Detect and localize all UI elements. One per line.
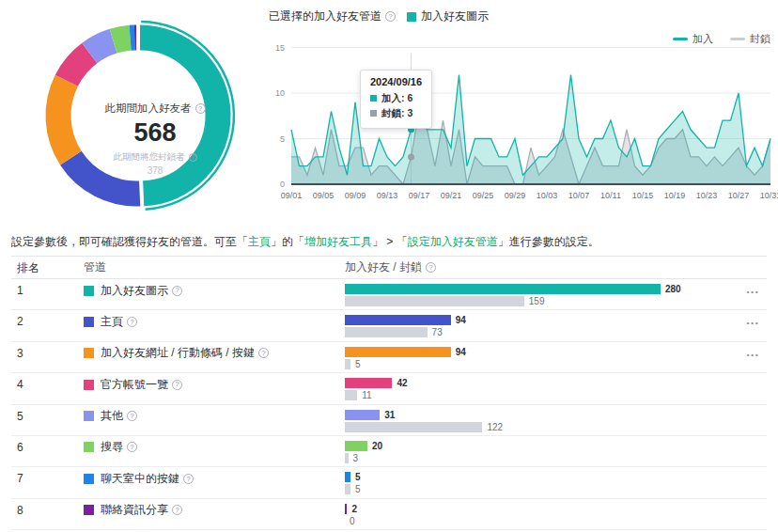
join-value: 94 bbox=[456, 347, 466, 357]
note-text: 」的「 bbox=[271, 235, 304, 248]
block-bar bbox=[345, 453, 349, 463]
x-tick-label: 10/23 bbox=[696, 191, 718, 200]
channel-color-swatch bbox=[84, 317, 94, 327]
block-value: 3 bbox=[353, 453, 359, 463]
table-header: 排名 管道 加入好友 / 封鎖 ? bbox=[11, 256, 767, 279]
donut-segment[interactable] bbox=[114, 38, 131, 40]
channel-cell: 搜尋 ? bbox=[84, 441, 345, 466]
table-row[interactable]: 5 其他 ? 31 122 ... bbox=[11, 405, 767, 436]
x-tick-label: 09/29 bbox=[505, 191, 526, 200]
x-tick-label: 09/25 bbox=[473, 191, 494, 200]
join-bar-line: 20 bbox=[345, 441, 739, 451]
block-value: 5 bbox=[355, 484, 361, 494]
help-icon[interactable]: ? bbox=[195, 103, 206, 114]
block-value: 73 bbox=[432, 327, 443, 337]
x-tick-label: 10/19 bbox=[664, 191, 686, 200]
donut-segment[interactable] bbox=[67, 54, 90, 81]
channel-color-swatch bbox=[84, 505, 94, 515]
help-icon[interactable]: ? bbox=[127, 411, 137, 421]
row-menu-button[interactable]: ... bbox=[739, 347, 767, 372]
note-link[interactable]: 增加好友工具 bbox=[304, 235, 372, 248]
join-value: 20 bbox=[372, 441, 382, 451]
donut-center: 此期間加入好友者 ? 568 此期間將您封鎖者 ? 378 bbox=[61, 102, 249, 176]
join-bar-line: 31 bbox=[345, 410, 739, 420]
join-value: 94 bbox=[456, 315, 466, 325]
row-menu-button[interactable]: ... bbox=[739, 315, 767, 340]
help-icon[interactable]: ? bbox=[258, 348, 269, 358]
bars-cell: 20 3 bbox=[345, 441, 739, 466]
friends-added-value: 568 bbox=[61, 118, 249, 148]
block-value: 0 bbox=[350, 516, 355, 526]
table-row[interactable]: 4 官方帳號一覽 ? 42 11 ... bbox=[11, 373, 767, 404]
join-bar-line: 94 bbox=[345, 347, 739, 357]
join-value: 42 bbox=[397, 378, 407, 388]
help-icon[interactable]: ? bbox=[127, 442, 137, 452]
help-icon[interactable]: ? bbox=[183, 474, 194, 484]
settings-note: 設定參數後，即可確認獲得好友的管道。可至「主頁」的「增加好友工具」 > 「設定加… bbox=[11, 234, 772, 250]
join-value: 2 bbox=[351, 504, 357, 514]
header-metrics-label: 加入好友 / 封鎖 bbox=[345, 259, 422, 275]
channel-cell: 加入好友網址 / 行動條碼 / 按鍵 ? bbox=[84, 347, 345, 372]
donut-segment[interactable] bbox=[89, 41, 113, 54]
channel-label: 加入好友網址 / 行動條碼 / 按鍵 bbox=[101, 345, 255, 361]
rank-cell: 1 bbox=[17, 284, 84, 309]
y-tick-label: 15 bbox=[275, 43, 285, 53]
help-icon[interactable]: ? bbox=[189, 153, 197, 162]
block-value: 11 bbox=[362, 390, 371, 400]
note-link[interactable]: 設定加入好友管道 bbox=[408, 235, 498, 248]
block-value: 5 bbox=[355, 359, 361, 369]
channel-label: 主頁 bbox=[101, 314, 123, 330]
table-row[interactable]: 7 聊天室中的按鍵 ? 5 5 ... bbox=[11, 467, 767, 498]
join-bar bbox=[345, 441, 367, 451]
join-bar bbox=[345, 378, 392, 388]
bars-cell: 2 0 bbox=[345, 504, 739, 529]
block-bar bbox=[345, 422, 482, 432]
help-icon[interactable]: ? bbox=[385, 11, 396, 22]
help-icon[interactable]: ? bbox=[172, 286, 182, 296]
rank-cell: 4 bbox=[17, 378, 84, 403]
channel-cell: 主頁 ? bbox=[84, 315, 345, 340]
help-icon[interactable]: ? bbox=[172, 380, 182, 390]
blocked-value: 378 bbox=[61, 165, 249, 176]
channel-label: 官方帳號一覽 bbox=[101, 377, 168, 393]
block-bar bbox=[345, 359, 350, 369]
channel-cell: 其他 ? bbox=[84, 410, 345, 435]
hover-dot bbox=[408, 153, 414, 160]
join-bar-line: 2 bbox=[345, 504, 739, 514]
row-menu-button[interactable]: ... bbox=[739, 284, 767, 309]
bars-cell: 31 122 bbox=[345, 410, 739, 435]
join-bar bbox=[345, 315, 451, 325]
table-row[interactable]: 1 加入好友圖示 ? 280 159 ... bbox=[11, 279, 767, 310]
help-icon[interactable]: ? bbox=[172, 505, 182, 515]
legend-block-swatch bbox=[730, 38, 745, 40]
block-bar bbox=[345, 327, 428, 337]
note-link[interactable]: 主頁 bbox=[248, 235, 271, 248]
x-tick-label: 10/31 bbox=[760, 191, 778, 200]
help-icon[interactable]: ? bbox=[426, 262, 436, 273]
x-tick-label: 09/05 bbox=[313, 191, 335, 200]
chart-title-text: 已選擇的加入好友管道 bbox=[269, 8, 381, 24]
friends-added-label-text: 此期間加入好友者 bbox=[105, 102, 192, 116]
channel-label: 搜尋 bbox=[101, 439, 123, 455]
table-row[interactable]: 8 聯絡資訊分享 ? 2 0 ... bbox=[11, 499, 767, 530]
blocked-label-text: 此期間將您封鎖者 bbox=[114, 151, 185, 164]
rank-cell: 2 bbox=[17, 315, 84, 340]
join-bar-line: 42 bbox=[345, 378, 739, 388]
table-row[interactable]: 6 搜尋 ? 20 3 ... bbox=[11, 436, 767, 467]
block-value: 122 bbox=[487, 422, 503, 432]
rank-cell: 3 bbox=[17, 347, 84, 372]
channel-cell: 官方帳號一覽 ? bbox=[84, 378, 345, 403]
block-bar-line: 0 bbox=[345, 516, 739, 526]
block-bar-line: 5 bbox=[345, 359, 739, 369]
join-bar bbox=[345, 504, 347, 514]
join-value: 280 bbox=[665, 284, 681, 294]
selected-channel-chip: 加入好友圖示 bbox=[407, 8, 489, 24]
table-row[interactable]: 2 主頁 ? 94 73 ... bbox=[11, 310, 767, 341]
bars-cell: 280 159 bbox=[345, 284, 739, 309]
join-bar-line: 280 bbox=[345, 284, 739, 294]
y-tick-label: 5 bbox=[280, 134, 285, 144]
channel-color-swatch bbox=[84, 474, 94, 484]
table-row[interactable]: 3 加入好友網址 / 行動條碼 / 按鍵 ? 94 5 ... bbox=[11, 342, 767, 373]
channel-color-swatch bbox=[84, 286, 94, 296]
help-icon[interactable]: ? bbox=[127, 317, 137, 327]
